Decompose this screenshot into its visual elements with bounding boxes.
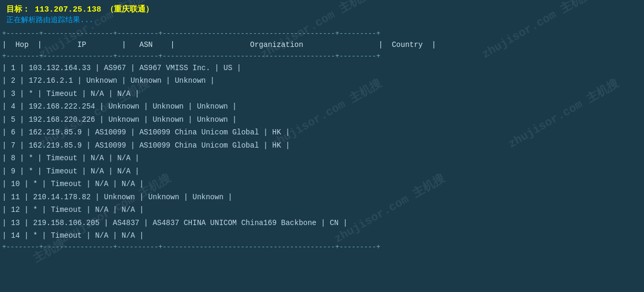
target-ip: 113.207.25.138 <box>35 5 101 14</box>
table-row: | 10 | * | Timeout | N/A | N/A | <box>2 178 642 191</box>
table-row: | 9 | * | Timeout | N/A | N/A | <box>2 165 642 178</box>
table-row: | 1 | 103.132.164.33 | AS967 | AS967 VMI… <box>2 62 642 75</box>
col-asn-header: ASN <box>140 41 153 49</box>
target-line: 目标： 113.207.25.138 （重庆联通） <box>6 4 638 14</box>
table-row: | 11 | 210.14.178.82 | Unknown | Unknown… <box>2 191 642 204</box>
traceroute-table: +--------+-----------------+----------+-… <box>0 29 644 252</box>
table-row: | 6 | 162.219.85.9 | AS10099 | AS10099 C… <box>2 126 642 139</box>
target-label: 目标： <box>6 5 30 14</box>
table-row: | 8 | * | Timeout | N/A | N/A | <box>2 152 642 165</box>
table-row: | 13 | 219.158.106.205 | AS4837 | AS4837… <box>2 217 642 230</box>
col-country-header: Country <box>392 41 423 49</box>
table-row: | 4 | 192.168.222.254 | Unknown | Unknow… <box>2 100 642 113</box>
analyzing-line: 正在解析路由追踪结果... <box>6 15 638 25</box>
col-hop-header: Hop <box>15 41 28 49</box>
table-row: | 12 | * | Timeout | N/A | N/A | <box>2 203 642 217</box>
col-org-header: Organization <box>250 41 304 49</box>
divider-top: +--------+-----------------+----------+-… <box>2 29 642 38</box>
target-location: （重庆联通） <box>106 5 153 14</box>
header: 目标： 113.207.25.138 （重庆联通） 正在解析路由追踪结果... <box>0 0 644 27</box>
col-ip-header: IP <box>77 41 86 49</box>
table-row: | 5 | 192.168.220.226 | Unknown | Unknow… <box>2 113 642 126</box>
divider-mid: +--------+-----------------+----------+-… <box>2 52 642 61</box>
table-row: | 7 | 162.219.85.9 | AS10099 | AS10099 C… <box>2 139 642 152</box>
table-header-row: | Hop | IP | ASN | Organization | Countr… <box>2 38 642 52</box>
table-row: | 3 | * | Timeout | N/A | N/A | <box>2 87 642 101</box>
table-row: | 2 | 172.16.2.1 | Unknown | Unknown | U… <box>2 74 642 87</box>
divider-bottom: +--------+-----------------+----------+-… <box>2 242 642 252</box>
table-row: | 14 | * | Timeout | N/A | N/A | <box>2 229 642 242</box>
table-rows-container: | 1 | 103.132.164.33 | AS967 | AS967 VMI… <box>2 62 642 252</box>
